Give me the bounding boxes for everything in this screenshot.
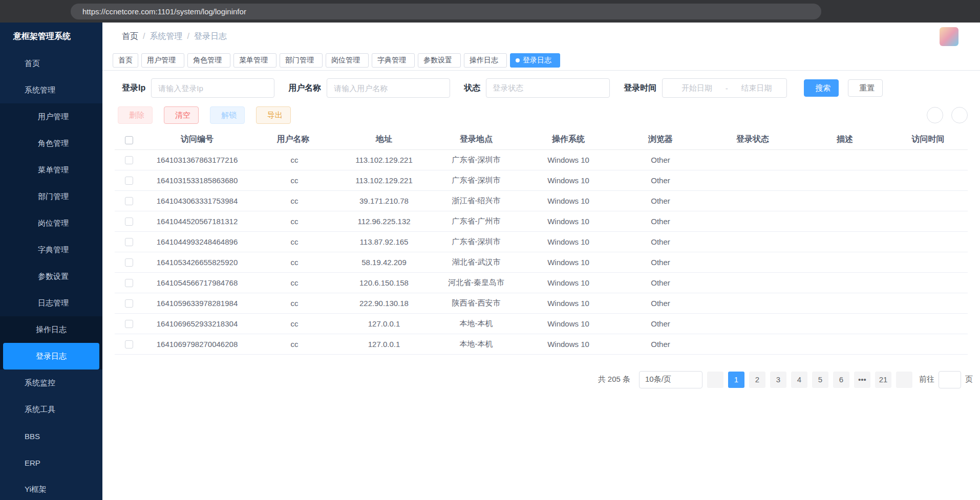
breadcrumb-home[interactable]: 首页 bbox=[122, 31, 138, 42]
cell-status bbox=[707, 149, 799, 170]
select-all-checkbox[interactable] bbox=[125, 136, 133, 144]
sidebar-item-bbs[interactable]: BBS bbox=[0, 423, 102, 449]
next-page-button[interactable] bbox=[896, 372, 912, 388]
browser-essentials-icon[interactable] bbox=[827, 3, 846, 20]
more-pages-button[interactable]: ••• bbox=[854, 372, 870, 388]
column-username[interactable]: 用户名称 bbox=[251, 130, 338, 149]
cell-username: cc bbox=[251, 334, 338, 354]
sidebar-item-home[interactable]: 首页 bbox=[0, 50, 102, 77]
cell-address: 113.102.129.221 bbox=[338, 170, 430, 190]
row-checkbox[interactable] bbox=[125, 238, 133, 246]
bing-copilot-icon[interactable] bbox=[956, 3, 975, 20]
breadcrumb-current: 登录日志 bbox=[194, 31, 227, 42]
delete-button[interactable]: 删除 bbox=[118, 106, 153, 124]
tab-department-management[interactable]: 部门管理 bbox=[280, 53, 323, 68]
tab-dict-management[interactable]: 字典管理 bbox=[372, 53, 415, 68]
collections-icon[interactable] bbox=[892, 3, 910, 20]
sidebar-item-system-tools[interactable]: 系统工具 bbox=[0, 396, 102, 423]
page-button-1[interactable]: 1 bbox=[728, 372, 744, 388]
row-checkbox[interactable] bbox=[125, 320, 133, 328]
clear-button[interactable]: 清空 bbox=[164, 106, 199, 124]
status-select-placeholder: 登录状态 bbox=[493, 83, 523, 93]
url-text[interactable]: https://ccnetcore.com:1101/system/log/lo… bbox=[82, 7, 796, 16]
unlock-button[interactable]: 解锁 bbox=[210, 106, 245, 124]
sidebar-item-system-management[interactable]: 系统管理 bbox=[0, 77, 102, 103]
page-button-6[interactable]: 6 bbox=[833, 372, 849, 388]
row-checkbox[interactable] bbox=[125, 218, 133, 226]
app-logo[interactable]: 意框架管理系统 bbox=[0, 23, 102, 50]
sidebar-item-yi-framework[interactable]: Yi框架 bbox=[0, 476, 102, 500]
end-date-placeholder[interactable]: 结束日期 bbox=[732, 83, 781, 93]
jump-suffix: 页 bbox=[965, 375, 973, 384]
sidebar-item-dict-management[interactable]: 字典管理 bbox=[0, 236, 102, 263]
sidebar-item-label: 菜单管理 bbox=[38, 165, 69, 175]
row-checkbox[interactable] bbox=[125, 258, 133, 267]
page-size-select[interactable]: 10条/页 bbox=[639, 371, 702, 388]
sidebar-item-department-management[interactable]: 部门管理 bbox=[0, 183, 102, 210]
column-time[interactable]: 访问时间 bbox=[891, 130, 968, 149]
export-button[interactable]: 导出 bbox=[256, 106, 291, 124]
username-input[interactable] bbox=[327, 78, 450, 98]
page-button-2[interactable]: 2 bbox=[749, 372, 765, 388]
cell-username: cc bbox=[251, 211, 338, 231]
row-checkbox[interactable] bbox=[125, 279, 133, 287]
row-checkbox[interactable] bbox=[125, 340, 133, 349]
pagination: 共 205 条 10条/页 1 2 3 4 5 6 ••• 21 前往 页 bbox=[102, 371, 973, 388]
row-checkbox[interactable] bbox=[125, 177, 133, 185]
tab-operation-log[interactable]: 操作日志 bbox=[464, 53, 507, 68]
tab-post-management[interactable]: 岗位管理 bbox=[326, 53, 369, 68]
start-date-placeholder[interactable]: 开始日期 bbox=[672, 83, 721, 93]
sidebar-item-operation-log[interactable]: 操作日志 bbox=[0, 316, 102, 343]
favorites-icon[interactable] bbox=[870, 3, 889, 20]
sidebar-item-post-management[interactable]: 岗位管理 bbox=[0, 210, 102, 236]
page-button-3[interactable]: 3 bbox=[770, 372, 786, 388]
tab-login-log[interactable]: 登录日志 bbox=[510, 53, 560, 68]
page-button-4[interactable]: 4 bbox=[791, 372, 807, 388]
browser-menu-icon[interactable] bbox=[935, 3, 953, 20]
sidebar-item-erp[interactable]: ERP bbox=[0, 449, 102, 476]
sidebar-item-label: 岗位管理 bbox=[38, 219, 69, 228]
login-ip-input[interactable] bbox=[151, 78, 274, 98]
search-button[interactable]: 搜索 bbox=[804, 79, 839, 97]
page-button-last[interactable]: 21 bbox=[875, 372, 891, 388]
page-button-5[interactable]: 5 bbox=[812, 372, 828, 388]
sidebar-item-user-management[interactable]: 用户管理 bbox=[0, 103, 102, 130]
sidebar-item-system-monitor[interactable]: 系统监控 bbox=[0, 369, 102, 396]
page-jump-input[interactable] bbox=[939, 371, 961, 388]
sidebar-item-login-log[interactable]: 登录日志 bbox=[3, 343, 99, 369]
show-search-button[interactable] bbox=[927, 107, 943, 123]
row-checkbox[interactable] bbox=[125, 156, 133, 164]
sidebar-item-label: 字典管理 bbox=[38, 245, 69, 255]
tab-role-management[interactable]: 角色管理 bbox=[187, 53, 230, 68]
browser-back-icon[interactable] bbox=[5, 3, 24, 20]
browser-reload-icon[interactable] bbox=[26, 3, 44, 20]
login-time-range-picker[interactable]: 开始日期 - 结束日期 bbox=[662, 78, 787, 98]
refresh-table-button[interactable] bbox=[951, 107, 968, 123]
tab-label: 登录日志 bbox=[523, 56, 551, 65]
tab-param-settings[interactable]: 参数设置 bbox=[418, 53, 461, 68]
browser-profile-icon[interactable] bbox=[913, 3, 932, 20]
sidebar-item-param-settings[interactable]: 参数设置 bbox=[0, 263, 102, 290]
cell-os: Windows 10 bbox=[522, 231, 614, 252]
row-checkbox[interactable] bbox=[125, 299, 133, 308]
browser-home-icon[interactable] bbox=[46, 3, 65, 20]
sidebar-item-role-management[interactable]: 角色管理 bbox=[0, 130, 102, 157]
sidebar-item-menu-management[interactable]: 菜单管理 bbox=[0, 157, 102, 183]
table-row: 1641044520567181312 cc 112.96.225.132 广东… bbox=[115, 211, 968, 231]
split-screen-icon[interactable] bbox=[849, 3, 867, 20]
cell-browser: Other bbox=[614, 252, 707, 272]
row-checkbox[interactable] bbox=[125, 197, 133, 205]
cell-browser: Other bbox=[614, 293, 707, 313]
prev-page-button[interactable] bbox=[707, 372, 723, 388]
tab-menu-management[interactable]: 菜单管理 bbox=[233, 53, 276, 68]
table-header-row: 访问编号 用户名称 地址 登录地点 操作系统 浏览器 登录状态 描述 访问时间 bbox=[115, 130, 968, 149]
status-select[interactable]: 登录状态 bbox=[486, 78, 610, 98]
tab-user-management[interactable]: 用户管理 bbox=[141, 53, 184, 68]
user-avatar[interactable] bbox=[940, 27, 958, 46]
cell-username: cc bbox=[251, 272, 338, 293]
tab-home[interactable]: 首页 bbox=[113, 53, 138, 68]
sidebar-item-log-management[interactable]: 日志管理 bbox=[0, 290, 102, 316]
sidebar-submenu-log: 操作日志 登录日志 bbox=[0, 316, 102, 369]
address-bar[interactable]: https://ccnetcore.com:1101/system/log/lo… bbox=[71, 4, 821, 19]
reset-button[interactable]: 重置 bbox=[848, 79, 883, 97]
